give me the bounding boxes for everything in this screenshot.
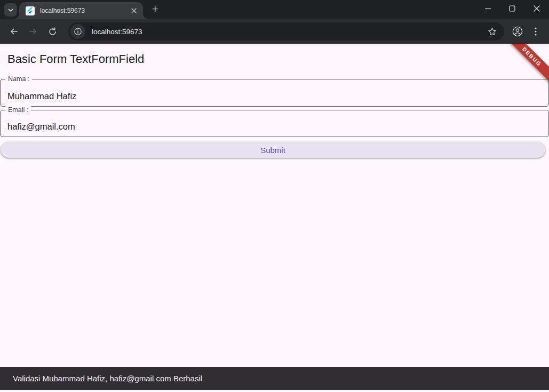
snackbar: Validasi Muhammad Hafiz, hafiz@gmail.com… xyxy=(0,367,549,390)
minimize-button[interactable] xyxy=(475,0,500,17)
chevron-down-icon xyxy=(7,7,14,13)
nama-input[interactable] xyxy=(1,80,548,107)
email-field: Email : xyxy=(0,110,549,137)
new-tab-button[interactable]: + xyxy=(148,2,162,16)
window-controls xyxy=(475,0,549,17)
page-title: Basic Form TextFormField xyxy=(7,52,144,66)
browser-toolbar: localhost:59673 xyxy=(0,19,549,44)
browser-window: localhost:59673 + xyxy=(0,0,549,392)
site-info-icon[interactable] xyxy=(70,24,85,39)
browser-menu-icon[interactable] xyxy=(527,22,545,41)
url-text[interactable]: localhost:59673 xyxy=(92,28,485,36)
browser-tab[interactable]: localhost:59673 xyxy=(19,2,143,19)
tab-strip: localhost:59673 + xyxy=(0,0,549,19)
maximize-button[interactable] xyxy=(500,0,524,17)
tab-title: localhost:59673 xyxy=(40,7,129,14)
submit-button[interactable]: Submit xyxy=(1,142,545,158)
flutter-favicon-icon xyxy=(26,6,35,15)
snackbar-message: Validasi Muhammad Hafiz, hafiz@gmail.com… xyxy=(13,374,202,383)
profile-avatar-icon[interactable] xyxy=(508,22,527,41)
reload-button[interactable] xyxy=(44,23,61,40)
forward-button[interactable] xyxy=(25,23,42,40)
close-window-button[interactable] xyxy=(524,0,549,17)
bookmark-star-icon[interactable] xyxy=(485,25,499,38)
back-button[interactable] xyxy=(5,23,22,40)
address-bar[interactable]: localhost:59673 xyxy=(68,22,504,41)
email-input[interactable] xyxy=(1,111,548,137)
nama-field: Nama : xyxy=(0,79,549,107)
page-content: Basic Form TextFormField Nama : Email : … xyxy=(0,44,549,392)
tab-close-icon[interactable] xyxy=(129,6,139,15)
